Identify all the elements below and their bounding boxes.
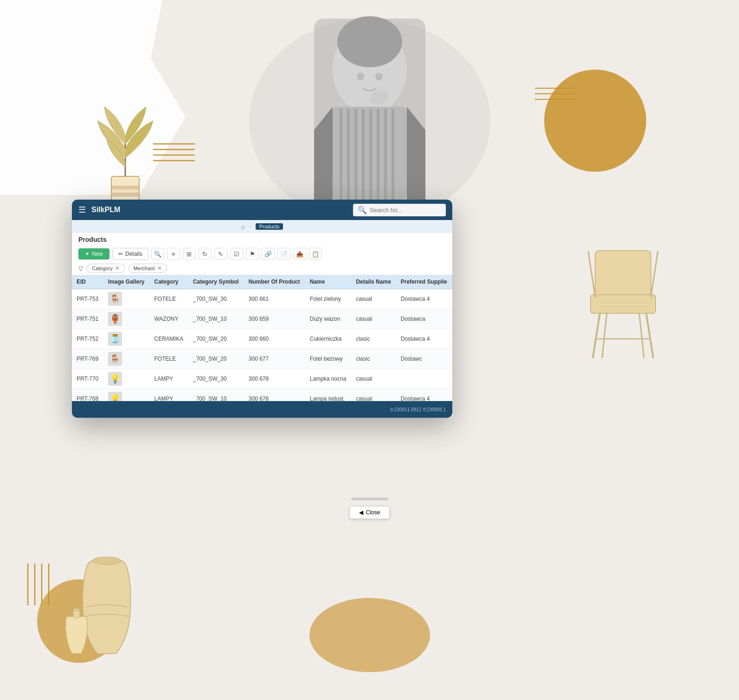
- cell-symbol: _700_SW_20: [188, 329, 244, 349]
- filter-merchant-close[interactable]: ✕: [157, 265, 162, 272]
- table-row[interactable]: PRT-770 💡 LAMPY _700_SW_30 300 678 Lampk…: [72, 369, 452, 389]
- cell-eid: PRT-768: [72, 389, 103, 402]
- cell-image: 🪑: [103, 289, 150, 309]
- svg-line-39: [651, 252, 658, 297]
- cell-image: 🫙: [103, 329, 150, 349]
- cell-supplier: Dostawc: [396, 349, 452, 369]
- product-thumbnail: 🏺: [108, 312, 122, 326]
- cell-symbol: _700_SW_30: [188, 289, 244, 309]
- woman-photo-area: [240, 9, 500, 223]
- breadcrumb-bar: ⌂ → Products: [72, 220, 452, 233]
- close-button[interactable]: ◀ Close: [349, 506, 390, 519]
- table-row[interactable]: PRT-753 🪑 FOTELE _700_SW_30 300 661 Fote…: [72, 289, 452, 309]
- filter-category-label: Category: [92, 266, 113, 271]
- gold-circle-top-right: [544, 70, 646, 172]
- gold-stripes-2: [23, 564, 56, 607]
- products-table-container[interactable]: EID Image Gallery Category Category Symb…: [72, 275, 452, 401]
- search-toolbar-button[interactable]: 🔍: [151, 248, 164, 260]
- svg-rect-29: [111, 193, 139, 196]
- col-header-symbol[interactable]: Category Symbol: [188, 275, 244, 289]
- breadcrumb-products[interactable]: Products: [256, 223, 283, 230]
- doc-toolbar-button[interactable]: 📄: [277, 248, 290, 260]
- table-row[interactable]: PRT-768 💡 LAMPY _700_SW_10 300 676 Lampa…: [72, 389, 452, 402]
- cell-symbol: _700_SW_20: [188, 349, 244, 369]
- cell-details: casual: [351, 369, 396, 389]
- cell-details: casual: [351, 309, 396, 329]
- product-thumbnail: 💡: [108, 392, 122, 401]
- breadcrumb-arrow: →: [248, 224, 253, 229]
- cell-number: 300 660: [244, 329, 305, 349]
- cell-number: 300 678: [244, 369, 305, 389]
- svg-rect-18: [354, 109, 357, 200]
- cell-supplier: Dostawca 4: [396, 389, 452, 402]
- svg-line-36: [639, 313, 644, 357]
- filter-tag-category[interactable]: Category ✕: [87, 264, 125, 273]
- svg-rect-31: [595, 251, 651, 297]
- cell-name: Fotel beżowy: [305, 349, 352, 369]
- cell-symbol: _700_SW_10: [188, 309, 244, 329]
- check-toolbar-button[interactable]: ☑: [230, 248, 243, 260]
- products-table: EID Image Gallery Category Category Symb…: [72, 275, 452, 401]
- col-header-image[interactable]: Image Gallery: [103, 275, 150, 289]
- list-toolbar-button[interactable]: ≡: [167, 248, 180, 260]
- col-header-supplier[interactable]: Preferred Supplie: [396, 275, 452, 289]
- edit2-toolbar-button[interactable]: ✎: [214, 248, 227, 260]
- link-toolbar-button[interactable]: 🔗: [262, 248, 275, 260]
- svg-rect-22: [384, 109, 387, 200]
- cell-image: 💡: [103, 369, 150, 389]
- table-row[interactable]: PRT-752 🫙 CERAMIKA _700_SW_20 300 660 Cu…: [72, 329, 452, 349]
- cell-eid: PRT-770: [72, 369, 103, 389]
- scrollbar-hint: [351, 498, 388, 500]
- grid-toolbar-button[interactable]: ⊞: [183, 248, 196, 260]
- filter-merchant-label: Merchant: [134, 266, 155, 271]
- cell-category: LAMPY: [149, 389, 188, 402]
- col-header-name[interactable]: Name: [305, 275, 352, 289]
- new-button[interactable]: ✦ New: [78, 248, 109, 259]
- svg-rect-21: [377, 109, 379, 200]
- cell-number: 300 676: [244, 389, 305, 402]
- col-header-details[interactable]: Details Name: [351, 275, 396, 289]
- product-thumbnail: 🪑: [108, 352, 122, 366]
- svg-point-14: [337, 16, 402, 67]
- col-header-category[interactable]: Category: [149, 275, 188, 289]
- cell-category: WAZONY: [149, 309, 188, 329]
- svg-point-44: [73, 608, 80, 611]
- product-thumbnail: 💡: [108, 372, 122, 386]
- cell-category: FOTELE: [149, 349, 188, 369]
- svg-rect-20: [369, 109, 372, 200]
- flag-toolbar-button[interactable]: ⚑: [246, 248, 259, 260]
- toolbar: ✦ New ✏ Details 🔍 ≡ ⊞ ↻ ✎ ☑ ⚑ 🔗 📄 📤 📋: [72, 246, 452, 262]
- svg-point-24: [357, 73, 364, 80]
- filter-bar: ▽ Category ✕ Merchant ✕: [72, 262, 452, 275]
- chair-illustration: [572, 241, 674, 371]
- search-bar[interactable]: 🔍: [353, 204, 446, 216]
- details-button[interactable]: ✏ Details: [112, 248, 148, 260]
- refresh-toolbar-button[interactable]: ↻: [199, 248, 212, 260]
- home-icon[interactable]: ⌂: [241, 223, 245, 230]
- upload-toolbar-button[interactable]: 📤: [293, 248, 306, 260]
- hamburger-menu-icon[interactable]: ☰: [78, 205, 86, 215]
- cell-image: 🏺: [103, 309, 150, 329]
- cell-symbol: _700_SW_30: [188, 369, 244, 389]
- cell-details: clasic: [351, 349, 396, 369]
- new-icon: ✦: [85, 251, 90, 257]
- cell-name: Fotel zielony: [305, 289, 352, 309]
- app-window: ☰ SilkPLM 🔍 ⌂ → Products Products ✦ New …: [72, 200, 452, 418]
- filter-tag-merchant[interactable]: Merchant ✕: [129, 264, 167, 273]
- svg-line-33: [593, 313, 600, 357]
- filter-category-close[interactable]: ✕: [115, 265, 120, 272]
- edit-icon: ✏: [118, 251, 123, 257]
- cell-category: CERAMIKA: [149, 329, 188, 349]
- app-logo: SilkPLM: [91, 206, 353, 214]
- cell-details: casual: [351, 389, 396, 402]
- col-header-eid[interactable]: EID: [72, 275, 103, 289]
- table-row[interactable]: PRT-751 🏺 WAZONY _700_SW_10 300 659 Duży…: [72, 309, 452, 329]
- copy-toolbar-button[interactable]: 📋: [309, 248, 322, 260]
- product-thumbnail: 🫙: [108, 332, 122, 346]
- table-row[interactable]: PRT-769 🪑 FOTELE _700_SW_20 300 677 Fote…: [72, 349, 452, 369]
- search-input[interactable]: [370, 207, 444, 214]
- col-header-number[interactable]: Number Of Product: [244, 275, 305, 289]
- gold-circle-bottom-center: [309, 598, 430, 672]
- build-info: b:230911.0912 /f:230908.1: [390, 407, 446, 412]
- cell-supplier: Dostawca 4: [396, 289, 452, 309]
